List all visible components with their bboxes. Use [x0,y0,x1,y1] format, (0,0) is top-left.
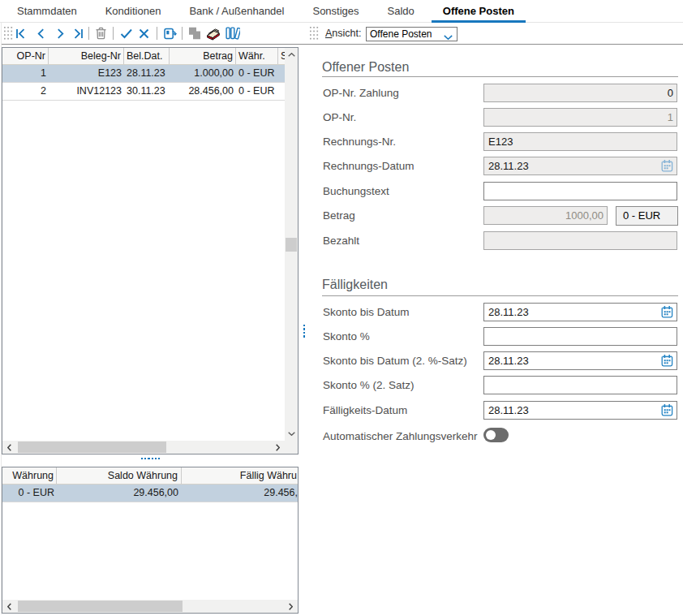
scroll-left-icon[interactable] [3,600,15,613]
label-betrag: Betrag [323,206,355,225]
scrollbar-thumb[interactable] [18,601,183,612]
column-header-faellig-waehrung[interactable]: Fällig Währu [182,467,299,484]
table-row[interactable]: 0 - EUR 29.456,00 29.456, [2,485,298,502]
scroll-down-icon[interactable] [285,428,298,440]
scroll-up-icon[interactable] [285,49,298,61]
vertical-scrollbar[interactable] [285,48,298,441]
view-label: Ansicht: [325,23,361,44]
section-rule [322,76,678,77]
column-header-bel-dat[interactable]: Bel.Dat. [124,48,170,64]
form-row: Fälligkeits-Datum 28.11.23 [322,401,677,420]
column-header-op-nr[interactable]: OP-Nr [2,48,49,64]
label-skonto-bis-datum: Skonto bis Datum [323,303,410,321]
input-skonto-bis-datum-2[interactable]: 28.11.23 [483,351,677,370]
table-row[interactable]: 2 INV12123 30.11.23 28.456,00 0 - EUR [2,83,298,101]
form-row: Rechnungs-Datum 28.11.23 [322,157,677,175]
splitter-dot [303,328,305,330]
view-group-drag-handle-icon[interactable] [310,23,319,44]
label-skonto-bis-datum-2: Skonto bis Datum (2. %-Satz) [323,351,467,370]
section-title-offener-posten: Offener Posten [322,60,409,75]
form-row: OP-Nr. Zahlung 0 [322,84,677,102]
tab-stammdaten[interactable]: Stammdaten [6,0,88,22]
label-auto-zahlungsverkehr: Automatischer Zahlungsverkehr [323,427,478,446]
accounts-books-icon[interactable] [226,23,240,44]
scrollbar-thumb[interactable] [18,442,166,453]
first-record-icon[interactable] [15,23,26,44]
form-row: Rechnungs-Nr. E123 [322,132,677,151]
input-skonto-prozent[interactable] [483,327,677,346]
confirm-icon[interactable] [120,23,133,44]
input-op-nr-zahlung: 0 [483,84,677,102]
tab-bank-aussenhandel[interactable]: Bank / Außenhandel [178,0,295,22]
input-skonto-prozent-2[interactable] [483,376,677,394]
scroll-left-icon[interactable] [3,441,15,454]
column-header-saldo-waehrung[interactable]: Saldo Währung [57,467,182,484]
last-record-icon[interactable] [73,23,84,44]
toolbar: Ansicht: Offene Posten [1,23,683,45]
calendar-icon[interactable] [660,305,674,319]
tab-saldo[interactable]: Saldo [376,0,426,22]
input-op-nr: 1 [483,108,677,127]
input-value: 28.11.23 [488,157,673,174]
tab-offene-posten[interactable]: Offene Posten [432,0,526,22]
open-items-grid: OP-Nr Beleg-Nr Bel.Dat. Betrag Währ. S 1… [2,47,299,454]
view-select-value: Offene Posten [370,28,432,40]
label-skonto-prozent-2: Skonto % (2. Satz) [323,376,415,394]
splitter-dot [141,458,143,459]
splitter-dot [303,332,305,334]
column-header-betrag[interactable]: Betrag [170,48,236,64]
view-select[interactable]: Offene Posten [366,27,457,41]
toolbar-separator [88,27,89,40]
tab-sonstiges[interactable]: Sonstiges [301,0,370,22]
calendar-icon[interactable] [660,354,674,368]
vertical-splitter[interactable] [303,325,305,338]
post-icon[interactable] [164,23,178,44]
label-op-nr: OP-Nr. [323,108,356,127]
scroll-right-icon[interactable] [272,441,284,454]
previous-record-icon[interactable] [36,23,46,44]
horizontal-scrollbar[interactable] [2,441,285,454]
cell-op-nr: 2 [2,83,49,100]
input-rechnungs-datum: 28.11.23 [483,157,677,175]
input-faelligkeits-datum[interactable]: 28.11.23 [483,401,677,420]
tab-konditionen[interactable]: Konditionen [94,0,173,22]
input-skonto-bis-datum[interactable]: 28.11.23 [483,303,677,321]
open-items-grid-header: OP-Nr Beleg-Nr Bel.Dat. Betrag Währ. S [2,48,298,65]
horizontal-splitter[interactable] [141,458,160,459]
table-row[interactable]: 1 E123 28.11.23 1.000,00 0 - EUR [2,65,298,83]
card-index-icon[interactable] [206,23,221,44]
column-header-beleg-nr[interactable]: Beleg-Nr [49,48,124,64]
input-buchungstext[interactable] [483,182,677,200]
section-title-faelligkeiten: Fälligkeiten [322,278,388,292]
label-skonto-prozent: Skonto % [323,327,370,346]
column-header-waehrung[interactable]: Währung [2,467,57,484]
column-header-waehr[interactable]: Währ. [236,48,278,64]
section-rule [322,295,678,296]
form-row: Skonto bis Datum 28.11.23 [322,303,677,321]
horizontal-scrollbar[interactable] [2,600,298,613]
calendar-icon[interactable] [660,403,674,417]
input-value: 0 [488,84,673,101]
toolbar-drag-handle-icon[interactable] [4,23,13,44]
delete-icon[interactable] [95,23,107,44]
cell-waehrung: 0 - EUR [2,485,57,502]
cancel-icon[interactable] [139,23,149,44]
input-value: 28.11.23 [488,352,673,369]
cell-op-nr: 1 [2,65,49,82]
window-left-edge [1,23,2,614]
copy-icon[interactable] [188,23,201,44]
form-row: OP-Nr. 1 [322,108,677,127]
currency-select[interactable]: 0 - EUR [616,206,678,226]
cell-faellig: 29.456, [182,485,299,502]
label-rechnungs-nr: Rechnungs-Nr. [323,132,396,151]
scroll-right-icon[interactable] [285,600,297,613]
toggle-knob [486,430,496,440]
scrollbar-corner [285,441,298,454]
scrollbar-thumb[interactable] [286,238,297,252]
cell-saldo: 29.456,00 [57,485,182,502]
form-row: Betrag 1000,00 0 - EUR [322,206,677,225]
next-record-icon[interactable] [55,23,66,44]
label-faelligkeits-datum: Fälligkeits-Datum [323,401,407,420]
auto-zahlungsverkehr-toggle[interactable] [483,428,509,442]
saldo-grid-header: Währung Saldo Währung Fällig Währu [2,467,298,485]
